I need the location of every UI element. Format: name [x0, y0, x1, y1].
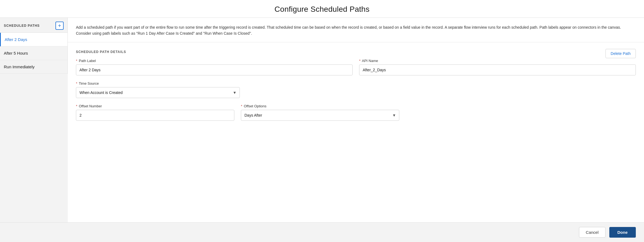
- sidebar-header: SCHEDULED PATHS +: [0, 18, 67, 33]
- info-box: Add a scheduled path if you want part of…: [68, 18, 644, 42]
- required-star-ts: *: [76, 81, 77, 85]
- add-path-button[interactable]: +: [55, 22, 64, 30]
- required-star: *: [76, 59, 77, 63]
- path-label-input[interactable]: [76, 64, 353, 75]
- time-source-select[interactable]: When Account is Created When Account is …: [76, 87, 240, 98]
- sidebar-inner: SCHEDULED PATHS + After 2 Days After 5 H…: [0, 18, 68, 74]
- sidebar-list: After 2 Days After 5 Hours Run Immediate…: [0, 33, 67, 74]
- modal-body: SCHEDULED PATHS + After 2 Days After 5 H…: [0, 18, 644, 222]
- time-source-select-wrapper: When Account is Created When Account is …: [76, 87, 240, 98]
- modal-header: Configure Scheduled Paths: [0, 0, 644, 18]
- sidebar-item-run-immediately[interactable]: Run Immediately: [0, 60, 67, 74]
- sidebar-item-label: Run Immediately: [4, 64, 35, 69]
- sidebar: SCHEDULED PATHS + After 2 Days After 5 H…: [0, 18, 68, 222]
- required-star-on: *: [76, 104, 77, 108]
- sidebar-item-after-5-hours[interactable]: After 5 Hours: [0, 46, 67, 60]
- time-source-row: * Time Source When Account is Created Wh…: [76, 81, 636, 98]
- sidebar-item-after-2-days[interactable]: After 2 Days: [0, 33, 67, 46]
- form-section-label: SCHEDULED PATH DETAILS: [76, 50, 636, 54]
- sidebar-section-label: SCHEDULED PATHS: [4, 24, 40, 28]
- required-star-api: *: [359, 59, 361, 63]
- offset-options-label: * Offset Options: [241, 104, 399, 108]
- path-label-label: * Path Label: [76, 59, 353, 63]
- path-label-api-row: * Path Label * API Name: [76, 59, 636, 75]
- api-name-input[interactable]: [359, 64, 636, 75]
- cancel-button[interactable]: Cancel: [579, 227, 605, 238]
- sidebar-item-label: After 5 Hours: [4, 51, 28, 55]
- done-button[interactable]: Done: [609, 227, 636, 238]
- api-name-label: * API Name: [359, 59, 636, 63]
- offset-options-group: * Offset Options Days After Hours After …: [241, 104, 399, 121]
- sidebar-item-label: After 2 Days: [5, 37, 27, 42]
- offset-options-select[interactable]: Days After Hours After Days Before Hours…: [241, 110, 399, 121]
- modal-footer: Cancel Done: [0, 222, 644, 242]
- info-text: Add a scheduled path if you want part of…: [76, 24, 636, 37]
- path-label-group: * Path Label: [76, 59, 353, 75]
- offset-row: * Offset Number * Offset Options Days Af…: [76, 104, 636, 121]
- offset-number-group: * Offset Number: [76, 104, 234, 121]
- offset-options-select-wrapper: Days After Hours After Days Before Hours…: [241, 110, 399, 121]
- api-name-group: * API Name: [359, 59, 636, 75]
- page-title: Configure Scheduled Paths: [0, 5, 644, 14]
- required-star-oo: *: [241, 104, 242, 108]
- form-section: SCHEDULED PATH DETAILS Delete Path * Pat…: [68, 42, 644, 222]
- offset-number-label: * Offset Number: [76, 104, 234, 108]
- main-content: Add a scheduled path if you want part of…: [68, 18, 644, 222]
- offset-number-input[interactable]: [76, 110, 234, 121]
- time-source-label: * Time Source: [76, 81, 240, 85]
- delete-path-button[interactable]: Delete Path: [605, 49, 636, 58]
- time-source-group: * Time Source When Account is Created Wh…: [76, 81, 240, 98]
